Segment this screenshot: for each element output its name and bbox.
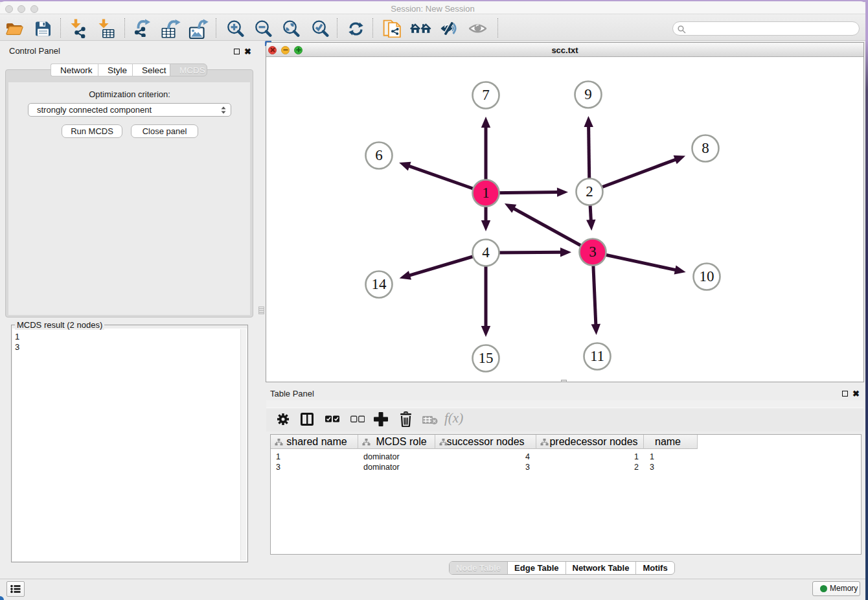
svg-text:15: 15 xyxy=(479,350,494,366)
svg-text:10: 10 xyxy=(700,268,714,284)
svg-text:6: 6 xyxy=(375,147,383,163)
svg-text:9: 9 xyxy=(584,86,592,102)
svg-text:11: 11 xyxy=(590,348,604,364)
svg-text:8: 8 xyxy=(702,140,709,156)
svg-text:3: 3 xyxy=(589,244,597,260)
svg-text:4: 4 xyxy=(482,244,490,260)
svg-text:1: 1 xyxy=(482,185,490,201)
svg-text:14: 14 xyxy=(372,276,387,292)
svg-text:2: 2 xyxy=(586,183,593,200)
svg-text:7: 7 xyxy=(482,87,490,103)
